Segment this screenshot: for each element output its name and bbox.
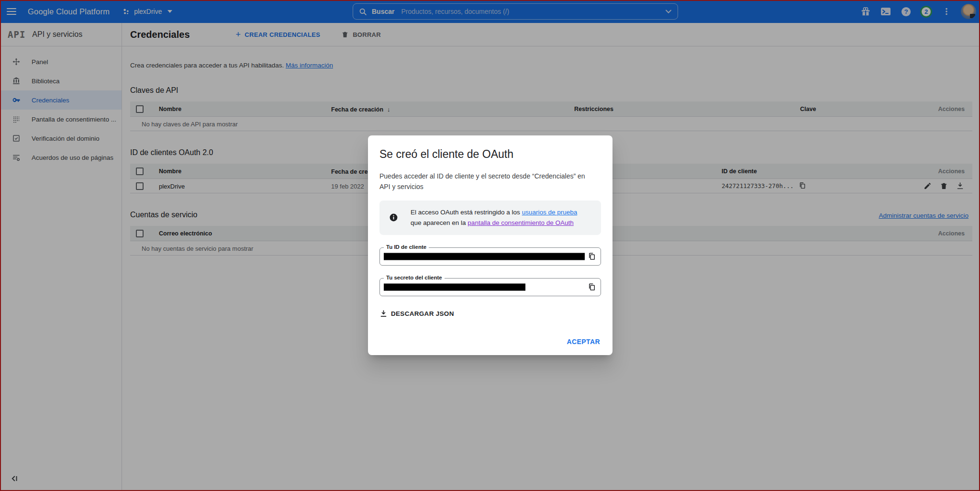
oauth-created-dialog: Se creó el cliente de OAuth Puedes acced… [368, 135, 612, 355]
client-secret-redacted-value [384, 283, 525, 290]
client-secret-field[interactable]: Tu secreto del cliente [379, 278, 601, 296]
client-secret-label: Tu secreto del cliente [384, 275, 445, 280]
copy-client-id-button[interactable] [588, 252, 596, 261]
consent-screen-link[interactable]: pantalla de consentimiento de OAuth [468, 219, 573, 226]
copy-icon [588, 252, 596, 261]
client-id-field[interactable]: Tu ID de cliente [379, 247, 601, 266]
copy-client-secret-button[interactable] [588, 283, 596, 291]
download-icon [379, 310, 388, 318]
dialog-body-text: Puedes acceder al ID de cliente y el sec… [379, 171, 590, 192]
copy-icon [588, 283, 596, 291]
client-id-label: Tu ID de cliente [384, 244, 429, 250]
infobox-text: El acceso OAuth está restringido a los u… [411, 207, 588, 228]
info-icon [389, 213, 398, 222]
dialog-title: Se creó el cliente de OAuth [379, 148, 601, 161]
test-users-link[interactable]: usuarios de prueba [522, 209, 578, 216]
oauth-restriction-infobox: El acceso OAuth está restringido a los u… [379, 201, 601, 234]
accept-button[interactable]: ACEPTAR [567, 338, 600, 346]
download-json-button[interactable]: DESCARGAR JSON [379, 310, 454, 318]
client-id-redacted-value [384, 253, 585, 260]
